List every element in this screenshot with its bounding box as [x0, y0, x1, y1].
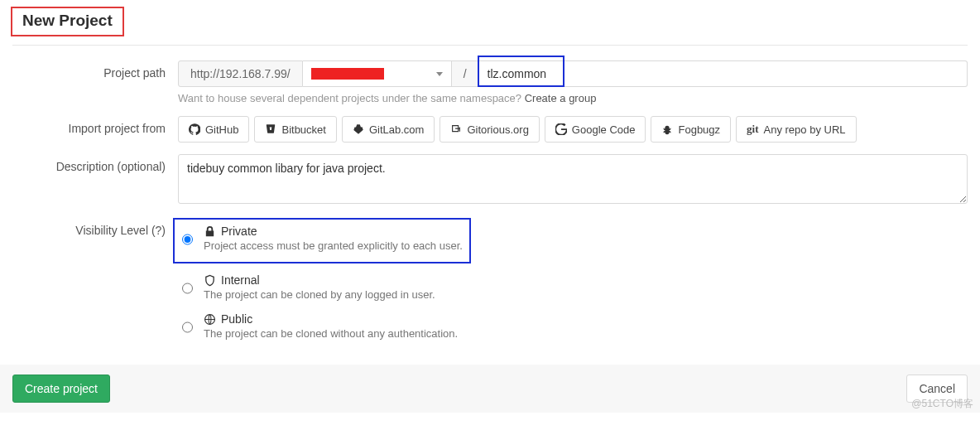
- visibility-internal-radio[interactable]: [182, 276, 193, 301]
- import-fogbugz-button[interactable]: Fogbugz: [651, 116, 731, 143]
- label-visibility: Visibility Level (?): [12, 218, 178, 348]
- gitlab-icon: [353, 123, 364, 135]
- create-group-link[interactable]: Create a group: [525, 92, 597, 104]
- namespace-hint: Want to house several dependent projects…: [178, 92, 968, 104]
- chevron-down-icon: [436, 72, 443, 76]
- shield-icon: [204, 274, 216, 287]
- visibility-private-title: Private: [221, 225, 257, 238]
- page-title: New Project: [22, 12, 113, 29]
- description-textarea[interactable]: [178, 154, 968, 204]
- label-import-from: Import project from: [12, 116, 178, 143]
- label-description: Description (optional): [12, 154, 178, 206]
- namespace-select[interactable]: [303, 60, 452, 87]
- base-url-addon: http://192.168.7.99/: [178, 60, 303, 87]
- gitorious-icon: [450, 123, 462, 135]
- path-separator: /: [452, 60, 479, 87]
- git-icon: git: [747, 123, 758, 136]
- import-gitlab-button[interactable]: GitLab.com: [342, 116, 435, 143]
- import-anyrepo-button[interactable]: git Any repo by URL: [736, 116, 856, 143]
- visibility-internal-title: Internal: [221, 273, 260, 287]
- visibility-public-title: Public: [221, 312, 252, 326]
- visibility-public-sub: The project can be cloned without any au…: [204, 327, 458, 340]
- google-icon: [555, 123, 567, 135]
- visibility-internal-sub: The project can be cloned by any logged …: [204, 288, 435, 301]
- visibility-public-radio[interactable]: [182, 315, 193, 340]
- import-googlecode-button[interactable]: Google Code: [545, 116, 646, 143]
- import-bitbucket-button[interactable]: Bitbucket: [254, 116, 336, 143]
- github-icon: [189, 123, 200, 135]
- import-github-button[interactable]: GitHub: [178, 116, 249, 143]
- project-path-input[interactable]: [479, 60, 968, 87]
- visibility-private-radio[interactable]: [182, 227, 193, 252]
- globe-icon: [204, 313, 216, 326]
- bitbucket-icon: [265, 123, 276, 135]
- import-gitorious-button[interactable]: Gitorious.org: [440, 116, 539, 143]
- lock-icon: [204, 225, 216, 238]
- bug-icon: [661, 123, 673, 135]
- label-project-path: Project path: [12, 60, 178, 104]
- watermark: @51CTO博客: [911, 397, 973, 411]
- visibility-private-sub: Project access must be granted explicitl…: [204, 239, 463, 252]
- namespace-redacted: [311, 68, 384, 80]
- create-project-button[interactable]: Create project: [12, 375, 110, 403]
